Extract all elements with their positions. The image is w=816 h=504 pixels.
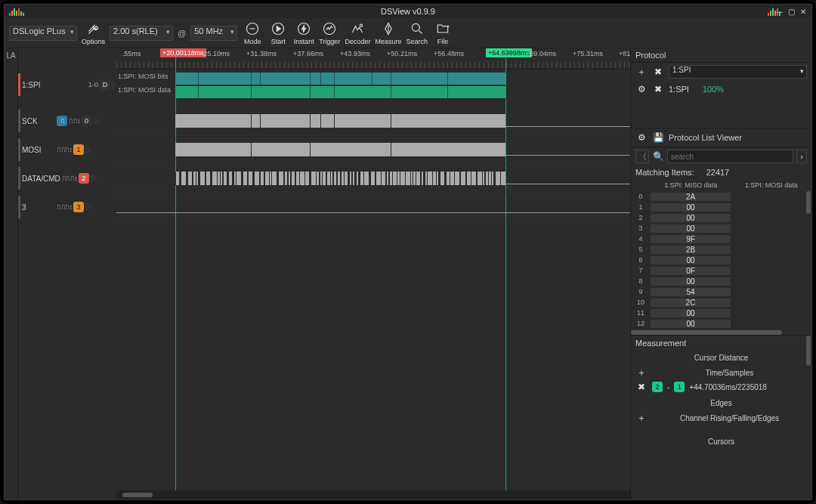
search-button[interactable]: Search bbox=[406, 21, 428, 45]
list-row[interactable]: 800 bbox=[631, 276, 811, 286]
mosi-row bbox=[116, 135, 630, 164]
search-icon: 🔍 bbox=[652, 150, 664, 162]
search-go-button[interactable]: › bbox=[796, 150, 807, 163]
instant-button[interactable]: Instant bbox=[293, 21, 314, 45]
measure-icon bbox=[381, 21, 396, 36]
trigger-button[interactable]: Trigger bbox=[319, 21, 340, 45]
app-logo-icon bbox=[9, 7, 24, 16]
edge-icons: ⎍ ⎍ ↕ bbox=[69, 117, 80, 125]
instant-icon bbox=[296, 21, 311, 36]
start-button[interactable]: Start bbox=[267, 21, 289, 45]
list-row[interactable]: 200 bbox=[631, 212, 811, 223]
right-panel: Protocol ＋ ✖ 1:SPI ⚙ ✖ 1:SPI 100% ⚙ 💾 Pr… bbox=[630, 48, 811, 499]
sample-mode-select[interactable]: 2.00 s(RLE) bbox=[110, 26, 173, 41]
back-button[interactable]: 〈 bbox=[635, 150, 649, 163]
close-button[interactable]: ✕ bbox=[798, 7, 808, 16]
waveform-area[interactable]: .55ms +20.00118ms +25.10ms +31.38ms +37.… bbox=[116, 48, 630, 499]
file-icon bbox=[435, 21, 450, 36]
list-row[interactable]: 70F bbox=[631, 265, 811, 276]
sck-row bbox=[116, 107, 630, 135]
measure-button[interactable]: Measure bbox=[375, 21, 401, 45]
protocol-title: Protocol bbox=[635, 51, 666, 60]
list-row[interactable]: 300 bbox=[631, 223, 811, 233]
list-row[interactable]: 52B bbox=[631, 244, 811, 255]
la-label: LA bbox=[5, 48, 18, 499]
protocol-search-input[interactable] bbox=[667, 150, 793, 163]
protocol-settings-button[interactable]: ⚙ bbox=[635, 83, 648, 95]
trigger-icon bbox=[322, 21, 337, 36]
edge-icons: ⎍ ⎍ ⎍ ↕ bbox=[57, 203, 72, 211]
protocol-select[interactable]: 1:SPI bbox=[669, 65, 807, 79]
decoder-button[interactable]: Decoder bbox=[345, 21, 370, 45]
time-ruler[interactable]: .55ms +20.00118ms +25.10ms +31.38ms +37.… bbox=[116, 48, 630, 70]
at-label: @ bbox=[178, 29, 186, 38]
channel-mosi[interactable]: MOSI ⎍ ⎍ ⎍ ↕ 1 bbox=[18, 135, 118, 164]
mode-button[interactable]: Mode bbox=[242, 21, 263, 45]
device-select[interactable]: DSLogic PLus bbox=[9, 26, 77, 41]
protocol-list[interactable]: 02A10020030049F52B60070F800954102C110012… bbox=[631, 191, 811, 335]
save-icon[interactable]: 💾 bbox=[652, 131, 664, 144]
edge-icons: ⎍ ⎍ ⎍ ↕ bbox=[57, 146, 72, 153]
viewer-settings-button[interactable]: ⚙ bbox=[635, 131, 648, 144]
channel-3[interactable]: 3 ⎍ ⎍ ⎍ ↕ 3 bbox=[18, 193, 118, 221]
ch3-row bbox=[116, 193, 630, 221]
channel-sck[interactable]: SCK ⎍ ⎍ ⎍ ↕ 0 bbox=[18, 107, 118, 135]
file-button[interactable]: File bbox=[432, 21, 453, 45]
titlebar: DSView v0.9.9 — ▢ ✕ bbox=[5, 5, 811, 18]
protocol-viewer-title: Protocol List Viewer bbox=[669, 133, 742, 142]
remove-measure-button[interactable]: ✖ bbox=[635, 381, 648, 393]
search-icon bbox=[410, 21, 425, 36]
mode-icon bbox=[245, 21, 260, 36]
play-icon bbox=[270, 21, 286, 36]
channel-datacmd[interactable]: DATA/CMD ⎍ ⎍ ⎍ ↕ 2 bbox=[18, 164, 118, 193]
add-measure-button[interactable]: ＋ bbox=[635, 366, 648, 379]
v-scrollbar[interactable] bbox=[806, 191, 811, 318]
list-row[interactable]: 102C bbox=[631, 297, 811, 308]
app-logo-icon bbox=[768, 7, 780, 16]
options-button[interactable]: Options bbox=[82, 21, 105, 45]
wrench-icon bbox=[86, 21, 101, 36]
list-row[interactable]: 49F bbox=[631, 233, 811, 244]
add-protocol-button[interactable]: ＋ bbox=[635, 66, 648, 78]
cursor-2-flag[interactable]: +64.69998ms bbox=[486, 48, 532, 57]
list-row[interactable]: 02A bbox=[631, 191, 811, 202]
list-row[interactable]: 100 bbox=[631, 202, 811, 212]
sample-rate-select[interactable]: 50 MHz bbox=[190, 26, 237, 41]
list-row[interactable]: 600 bbox=[631, 255, 811, 265]
list-row[interactable]: 1200 bbox=[631, 318, 811, 329]
add-edges-button[interactable]: ＋ bbox=[635, 412, 648, 424]
h-scrollbar[interactable] bbox=[116, 490, 630, 499]
edge-icons: ⎍ ⎍ ⎍ ↕ bbox=[62, 175, 77, 182]
protocol-delete-button[interactable]: ✖ bbox=[652, 83, 664, 95]
maximize-button[interactable]: ▢ bbox=[786, 7, 796, 16]
decoder-icon bbox=[350, 21, 365, 36]
remove-protocol-button[interactable]: ✖ bbox=[652, 66, 664, 78]
decode-row: 1:SPI: MOSI bits 1:SPI: MOSI data bbox=[116, 70, 630, 100]
svg-point-5 bbox=[412, 23, 419, 31]
toolbar: DSLogic PLus Options 2.00 s(RLE) @ 50 MH… bbox=[5, 18, 811, 48]
svg-point-4 bbox=[360, 24, 363, 26]
v-scrollbar[interactable] bbox=[806, 335, 811, 483]
datacmd-row bbox=[116, 164, 630, 193]
list-row[interactable]: 1100 bbox=[631, 308, 811, 318]
list-row[interactable]: 954 bbox=[631, 286, 811, 297]
channel-spi[interactable]: 1:SPI 1-0 D bbox=[18, 70, 118, 100]
channel-column: 1:SPI 1-0 D SCK ⎍ ⎍ ⎍ ↕ 0 MOSI ⎍ ⎍ ⎍ bbox=[18, 48, 116, 499]
measurement-title: Measurement bbox=[635, 339, 686, 348]
window-title: DSView v0.9.9 bbox=[381, 7, 435, 16]
